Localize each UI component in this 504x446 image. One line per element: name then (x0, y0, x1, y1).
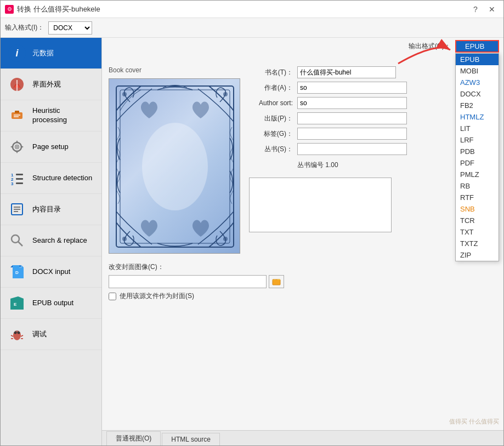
dropdown-item-rb[interactable]: RB (456, 180, 499, 192)
window-title: 转换 什么值得买-buhekele (17, 4, 100, 14)
sidebar-label-page: Page setup (32, 142, 69, 152)
series-input[interactable] (297, 143, 407, 155)
search-icon (8, 232, 26, 249)
sidebar-label-epub: EPUB output (32, 299, 73, 308)
publisher-input[interactable] (297, 112, 407, 124)
dropdown-item-txt[interactable]: TXT (456, 226, 499, 238)
toolbar: 输入格式(I)： DOCX (1, 18, 503, 38)
tab-html-source[interactable]: HTML source (162, 433, 220, 445)
bottom-tabs: 普通视图(O) HTML source (102, 430, 503, 445)
toc-icon-wrap (7, 199, 27, 219)
author-label: 作者(A)： (249, 83, 293, 93)
dropdown-item-fb2[interactable]: FB2 (456, 100, 499, 111)
debug-icon (8, 325, 26, 343)
svg-marker-22 (10, 265, 13, 267)
dropdown-item-lit[interactable]: LIT (456, 123, 499, 134)
dropdown-item-snb[interactable]: SNB (456, 203, 499, 215)
sidebar-item-metadata[interactable]: i 元数据 (1, 38, 101, 69)
dropdown-item-mobi[interactable]: MOBI (456, 65, 499, 77)
titlebar-left: ⚙ 转换 什么值得买-buhekele (5, 4, 100, 14)
svg-line-30 (11, 335, 13, 336)
dropdown-item-azw3[interactable]: AZW3 (456, 77, 499, 88)
sidebar-label-heuristic: Heuristic processing (32, 106, 95, 125)
paint-icon-wrap (7, 75, 27, 94)
dropdown-item-pdb[interactable]: PDB (456, 146, 499, 157)
dropdown-item-lrf[interactable]: LRF (456, 134, 499, 146)
author-input[interactable] (297, 82, 407, 94)
cover-change-section: 改变封面图像(C)： 使用该源文件作为封面(S) (109, 262, 497, 301)
use-source-checkbox[interactable] (109, 293, 116, 300)
cover-checkbox-row: 使用该源文件作为封面(S) (109, 291, 497, 301)
content-area: 输出格式(O)： EPUB EPUB MOBI (102, 38, 503, 445)
titlebar: ⚙ 转换 什么值得买-buhekele ? ✕ (1, 1, 503, 18)
sidebar-label-search: Search & replace (32, 236, 87, 245)
window-controls: ? ✕ (468, 4, 499, 15)
dropdown-item-htmlz[interactable]: HTMLZ (456, 111, 499, 123)
series-label: 丛书(S)： (249, 145, 293, 154)
folder-icon (272, 277, 281, 286)
input-format-label: 输入格式(I)： (5, 23, 44, 32)
dropdown-item-tcr[interactable]: TCR (456, 215, 499, 226)
dropdown-item-epub[interactable]: EPUB (456, 54, 499, 65)
series-num-label: 丛书编号 1.00 (297, 161, 338, 170)
cover-image (109, 78, 240, 254)
info-icon: i (8, 44, 26, 62)
publisher-label: 出版(P)： (249, 114, 293, 123)
watermark: 值得买 什么值得买 (449, 418, 499, 426)
dropdown-item-pmlz[interactable]: PMLZ (456, 169, 499, 180)
structure-icon: 1 2 3 (8, 169, 26, 187)
dropdown-item-pdf[interactable]: PDF (456, 157, 499, 169)
cover-ornament-svg (114, 83, 236, 250)
tab-normal-view[interactable]: 普通视图(O) (106, 431, 161, 445)
sidebar-item-look[interactable]: 界面外观 (1, 69, 101, 100)
close-button[interactable]: ✕ (485, 4, 499, 15)
svg-marker-24 (19, 265, 21, 267)
sidebar-item-structure[interactable]: 1 2 3 Structure detection (1, 163, 101, 194)
cover-section: Book cover (109, 66, 240, 254)
svg-point-19 (12, 235, 19, 243)
title-input[interactable] (297, 66, 396, 78)
info-icon-wrap: i (7, 43, 27, 63)
docx-icon-wrap: D (7, 262, 27, 282)
dropdown-item-txtz[interactable]: TXTZ (456, 238, 499, 249)
docx-icon: D (8, 263, 26, 281)
sidebar-label-metadata: 元数据 (32, 49, 54, 58)
cover-change-row (109, 275, 284, 288)
heuristic-icon-wrap (7, 106, 27, 125)
sidebar-item-epub[interactable]: E EPUB output (1, 288, 101, 319)
help-button[interactable]: ? (468, 4, 483, 15)
epub-icon-wrap: E (7, 293, 27, 313)
sidebar-item-toc[interactable]: 内容目录 (1, 194, 101, 225)
content-main: Book cover (109, 66, 497, 301)
dropdown-item-zip[interactable]: ZIP (456, 249, 499, 261)
input-format-select[interactable]: DOCX (48, 21, 92, 35)
svg-rect-14 (16, 182, 23, 184)
output-format-label: 输出格式(O)： (409, 42, 451, 51)
cover-path-input[interactable] (109, 275, 267, 288)
sidebar-item-docx[interactable]: D DOCX input (1, 256, 101, 288)
dropdown-item-docx[interactable]: DOCX (456, 88, 499, 100)
sidebar-item-debug[interactable]: 调试 (1, 319, 101, 350)
sidebar-item-search[interactable]: Search & replace (1, 225, 101, 256)
author-sort-input[interactable] (297, 97, 407, 109)
svg-rect-13 (16, 178, 23, 180)
tags-input[interactable] (297, 128, 407, 140)
sidebar-item-page[interactable]: Page setup (1, 131, 101, 163)
title-label: 书名(T)： (249, 68, 293, 77)
format-dropdown[interactable]: EPUB MOBI AZW3 DOCX FB2 HTMLZ LIT LRF PD… (455, 53, 499, 261)
svg-rect-45 (273, 279, 280, 285)
search-icon-wrap (7, 231, 27, 250)
output-format-value[interactable]: EPUB (455, 40, 499, 53)
comment-area[interactable] (249, 178, 392, 232)
main-window: ⚙ 转换 什么值得买-buhekele ? ✕ 输入格式(I)： DOCX i … (0, 0, 504, 446)
gear-icon (8, 138, 26, 156)
svg-text:D: D (15, 270, 19, 275)
dropdown-item-rtf[interactable]: RTF (456, 192, 499, 203)
paint-icon (8, 76, 26, 93)
sidebar-item-heuristic[interactable]: Heuristic processing (1, 100, 101, 131)
svg-line-32 (21, 335, 23, 336)
sidebar-label-debug: 调试 (32, 330, 47, 339)
cover-browse-button[interactable] (269, 275, 284, 288)
sidebar-label-docx: DOCX input (32, 267, 70, 277)
app-icon: ⚙ (5, 5, 14, 14)
